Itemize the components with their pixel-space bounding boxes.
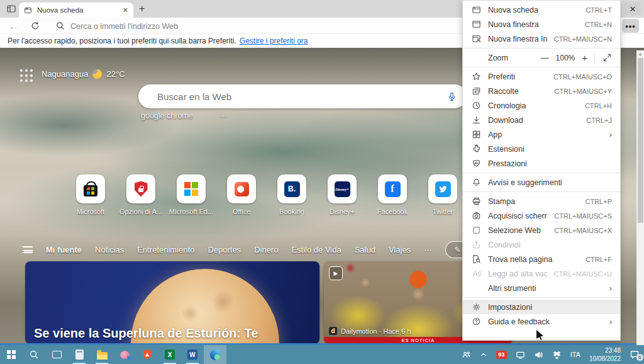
language-indicator[interactable]: ITA [566,345,585,364]
people-icon[interactable] [457,345,475,364]
page-scrollbar[interactable]: ▲ [636,50,644,345]
play-video-icon[interactable]: ▶ [329,266,343,280]
quick-link-microsoft-edge[interactable]: Microsoft Ed... [166,174,216,215]
window-close-button[interactable]: ✕ [625,3,641,15]
submenu-chevron-icon: › [609,317,612,326]
quick-link-twitter[interactable]: Twitter [418,174,468,215]
menu-item-avvisi-e-suggerimenti[interactable]: Avvisi e suggerimenti [463,175,620,190]
quick-link-facebook[interactable]: f Facebook [367,174,418,215]
tab-nuova-scheda[interactable]: Nuova scheda ✕ [19,3,133,18]
feed-tab-more-icon[interactable]: ··· [424,245,432,254]
taskbar-search-button[interactable] [23,345,45,364]
suggestion-text[interactable]: google chrome [141,111,193,120]
menu-item-altri-strumenti[interactable]: Altri strumenti › [463,281,620,295]
taskbar-calculator-button[interactable] [68,345,91,364]
quick-link-opzioni[interactable]: Opzioni di A... [116,174,166,215]
menu-item-guida-e-feedback[interactable]: Guida e feedback › [463,314,620,329]
quick-link-office[interactable]: Office [216,174,267,215]
tab-actions-icon[interactable] [6,4,16,16]
menu-label: Trova nella pagina [488,255,579,264]
menu-item-preferiti[interactable]: Preferiti CTRL+MAIUSC+O [463,69,620,84]
quick-link-microsoft[interactable]: Microsoft [65,174,116,215]
new-tab-button[interactable]: + [139,3,145,14]
menu-item-cronologia[interactable]: Cronologia CTRL+H [463,98,620,113]
menu-item-nuova-finestra[interactable]: Nuova finestra CTRL+N [463,17,620,31]
clock[interactable]: 23:4810/08/2022 [585,345,625,364]
zoom-label: Zoom [488,54,534,62]
submenu-chevron-icon: › [609,130,612,139]
menu-item-impostazioni[interactable]: Impostazioni [463,300,620,314]
menu-item-nuova-finestra-inprivate[interactable]: Nuova finestra InPrivate CTRL+MAIUSC+N [463,31,620,46]
network-icon[interactable] [511,345,530,364]
quick-link-disney-plus[interactable]: Disney+ Disney+ [317,174,367,215]
menu-item-stampa[interactable]: Stampa CTRL+P [463,194,620,208]
zoom-out-button[interactable]: — [541,53,549,62]
feed-tab-estilo-de-vida[interactable]: Estilo de Vida [291,245,341,254]
refresh-icon[interactable] [30,21,40,33]
taskbar-file-explorer-button[interactable] [91,345,113,364]
zoom-in-button[interactable]: + [582,52,587,63]
feed-tab-dinero[interactable]: Dinero [254,245,278,254]
taskbar-brain-app-button[interactable] [113,345,136,364]
feed-tab-noticias[interactable]: Noticias [95,245,124,254]
menu-label: Leggi ad alta voce [488,270,547,278]
settings-and-more-button[interactable]: ••• [622,19,639,33]
menu-item-estensioni[interactable]: Estensioni [463,142,620,156]
dropbox-icon[interactable] [548,345,566,364]
menu-item-acquisisci-schermata[interactable]: Acquisisci schermata Web CTRL+MAIUSC+S [463,208,620,223]
quick-links-row: Microsoft Opzioni di A... Microsoft Ed..… [65,174,468,215]
back-icon[interactable]: ← [9,21,18,31]
taskbar-word-button[interactable]: W [181,345,204,364]
menu-item-download[interactable]: Download CTRL+J [463,113,620,127]
app-launcher-icon[interactable] [20,69,23,72]
suggestion-more-icon[interactable]: ··· [219,111,228,120]
manage-favorites-link[interactable]: Gestire i preferiti ora [240,37,308,45]
quick-link-booking[interactable]: B. Booking [267,174,317,215]
taskbar-excel-button[interactable]: X [158,345,181,364]
menu-item-raccolte[interactable]: Raccolte CTRL+MAIUSC+Y [463,84,620,98]
alert-badge[interactable]: 93 [492,345,511,364]
screen: Nuova scheda ✕ + ✕ ← Cerca o immetti l'i… [0,0,644,364]
web-search-box[interactable]: Buscar en la Web [138,84,467,108]
start-button[interactable] [0,345,23,364]
menu-item-trova-nella-pagina[interactable]: Trova nella pagina CTRL+F [463,252,620,266]
scrollbar-up-icon[interactable]: ▲ [636,50,644,58]
notification-count-badge: 6 [636,354,643,361]
scrollbar-thumb[interactable] [638,58,643,223]
quick-link-label: Booking [279,208,304,215]
taskbar-edge-button[interactable] [204,345,226,364]
tile: Disney+ [328,174,357,203]
menu-label: Acquisisci schermata Web [488,212,547,220]
address-bar[interactable]: Cerca o immetti l'indirizzo Web [70,22,178,31]
inprivate-icon [471,34,481,43]
weather-widget[interactable]: Naguanagua 22°C [42,69,125,79]
taskbar-brave-button[interactable] [136,345,158,364]
feed-tab-deportes[interactable]: Deportes [208,245,241,254]
tile [428,174,457,203]
feed-tab-salud[interactable]: Salud [355,245,375,254]
menu-label: Prestazioni [488,159,612,168]
feed-tab-entretenimiento[interactable]: Entretenimiento [137,245,194,254]
volume-icon[interactable] [530,345,548,364]
menu-shortcut: CTRL+MAIUSC+N [554,35,612,43]
menu-label: Guida e feedback [488,317,602,326]
news-card-superluna[interactable]: Se viene la Superluna de Esturión: Te [25,261,319,344]
menu-label: Selezione Web [488,226,547,235]
task-view-button[interactable] [45,345,68,364]
excel-icon: X [165,350,175,360]
feed-tab-mi-fuente[interactable]: Mi fuente [46,245,82,254]
action-center-button[interactable]: 6 [625,345,644,364]
fullscreen-icon[interactable] [602,53,612,62]
feed-menu-icon[interactable] [23,246,33,253]
pencil-icon: ✎ [454,245,460,254]
menu-shortcut: CTRL+MAIUSC+X [554,227,612,234]
search-suggestion[interactable]: google chrome ··· [141,111,227,120]
menu-item-selezione-web[interactable]: Selezione Web CTRL+MAIUSC+X [463,223,620,237]
tray-expand-chevron-icon[interactable] [475,345,492,364]
menu-item-nuova-scheda[interactable]: Nuova scheda CTRL+T [463,3,620,17]
feed-tab-viajes[interactable]: Viajes [389,245,411,254]
tab-close-icon[interactable]: ✕ [123,6,128,14]
menu-item-app[interactable]: App › [463,127,620,142]
menu-item-prestazioni[interactable]: Prestazioni [463,156,620,171]
microphone-icon[interactable] [447,92,457,101]
